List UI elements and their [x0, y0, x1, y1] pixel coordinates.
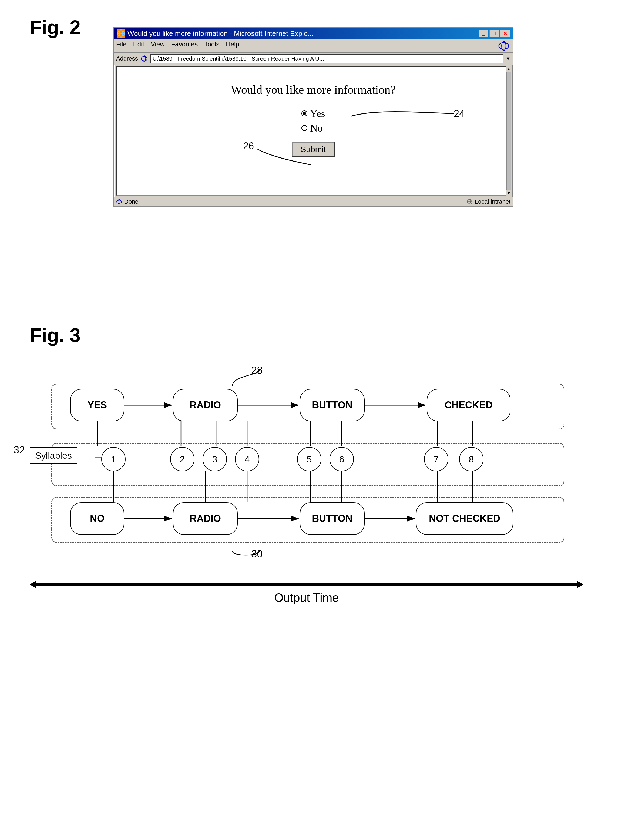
browser-content: Would you like more information? Yes No …	[116, 66, 510, 196]
page-question: Would you like more information?	[231, 83, 396, 97]
syllable-6: 6	[330, 447, 354, 471]
menu-help[interactable]: Help	[226, 40, 239, 51]
radio-yes[interactable]: Yes	[302, 107, 325, 120]
radio-yes-circle[interactable]	[302, 110, 307, 117]
close-button[interactable]: ✕	[500, 30, 510, 37]
menu-edit[interactable]: Edit	[133, 40, 144, 51]
minimize-button[interactable]: _	[479, 30, 488, 37]
radio-no-label: No	[310, 122, 322, 134]
radio-no-circle[interactable]	[302, 125, 307, 131]
menu-tools[interactable]: Tools	[204, 40, 219, 51]
radio-group: Yes No	[302, 107, 325, 134]
syllable-7: 7	[424, 447, 448, 471]
node-button-top: BUTTON	[300, 389, 365, 422]
submit-button[interactable]: Submit	[292, 142, 334, 157]
browser-menubar: File Edit View Favorites Tools Help	[114, 39, 513, 53]
arrow-right-head	[577, 581, 583, 588]
node-radio-bottom-label: RADIO	[190, 513, 221, 524]
address-label: Address	[116, 55, 138, 62]
node-yes-label: YES	[87, 400, 107, 411]
diagram-container: 28 30 32 Syllables YES	[30, 365, 597, 554]
node-button-top-label: BUTTON	[312, 400, 352, 411]
node-not-checked: NOT CHECKED	[416, 502, 513, 535]
browser-title-area: Would you like more information - Micros…	[117, 29, 314, 38]
node-checked: CHECKED	[427, 389, 510, 422]
ie-logo	[497, 40, 510, 51]
fig3-label: Fig. 3	[30, 324, 81, 346]
annotation-26: 26	[243, 140, 254, 152]
browser-statusbar: Done Local intranet	[114, 197, 513, 206]
node-not-checked-label: NOT CHECKED	[429, 513, 500, 524]
output-time-section: Output Time	[30, 581, 583, 605]
menu-favorites[interactable]: Favorites	[171, 40, 198, 51]
arrow-left-head	[30, 581, 36, 588]
menu-file[interactable]: File	[116, 40, 127, 51]
intranet-icon	[467, 199, 473, 205]
address-ie-icon	[140, 54, 148, 63]
address-dropdown-icon[interactable]: ▼	[505, 56, 510, 62]
browser-content-area: Would you like more information? Yes No …	[115, 66, 512, 196]
status-ie-icon	[116, 199, 122, 205]
status-done: Done	[124, 198, 138, 205]
maximize-button[interactable]: □	[490, 30, 499, 37]
status-intranet-text: Local intranet	[475, 198, 510, 205]
radio-no[interactable]: No	[302, 122, 322, 134]
menu-view[interactable]: View	[151, 40, 165, 51]
syllable-3: 3	[202, 447, 227, 471]
browser-titlebar: Would you like more information - Micros…	[114, 28, 513, 39]
node-radio-top-label: RADIO	[190, 400, 221, 411]
node-button-bottom-label: BUTTON	[312, 513, 352, 524]
output-time-label: Output Time	[30, 591, 583, 605]
status-left: Done	[116, 198, 138, 205]
syllable-5: 5	[297, 447, 322, 471]
syllable-4: 4	[235, 447, 259, 471]
syllable-2: 2	[170, 447, 194, 471]
browser-window: Would you like more information - Micros…	[113, 27, 513, 207]
node-radio-bottom: RADIO	[173, 502, 238, 535]
ie-icon	[117, 29, 125, 38]
node-checked-label: CHECKED	[445, 400, 493, 411]
scroll-down-arrow[interactable]: ▼	[507, 191, 511, 195]
status-right: Local intranet	[467, 198, 510, 205]
svg-point-8	[117, 200, 121, 204]
radio-yes-label: Yes	[310, 107, 325, 120]
ref-28: 28	[251, 365, 263, 376]
scrollbar-vertical[interactable]: ▲ ▼	[505, 66, 512, 196]
ref-32: 32	[14, 444, 25, 456]
scroll-up-arrow[interactable]: ▲	[507, 67, 511, 71]
browser-addressbar: Address ▼	[114, 53, 513, 65]
fig2-label: Fig. 2	[30, 16, 81, 38]
annotation-24: 24	[454, 108, 465, 120]
syllable-8: 8	[459, 447, 484, 471]
syllable-1: 1	[101, 447, 126, 471]
syllables-box: Syllables	[30, 447, 77, 464]
output-time-arrow-container	[30, 581, 583, 588]
svg-point-6	[141, 56, 147, 61]
node-yes-top: YES	[70, 389, 124, 422]
ref-30: 30	[251, 548, 263, 560]
node-no-label: NO	[90, 513, 104, 524]
output-time-line	[36, 583, 577, 586]
syllables-label: Syllables	[35, 450, 72, 461]
node-no-bottom: NO	[70, 502, 124, 535]
address-input[interactable]	[151, 54, 504, 63]
node-radio-top: RADIO	[173, 389, 238, 422]
browser-title-text: Would you like more information - Micros…	[127, 30, 314, 38]
node-button-bottom: BUTTON	[300, 502, 365, 535]
window-controls: _ □ ✕	[479, 30, 510, 37]
